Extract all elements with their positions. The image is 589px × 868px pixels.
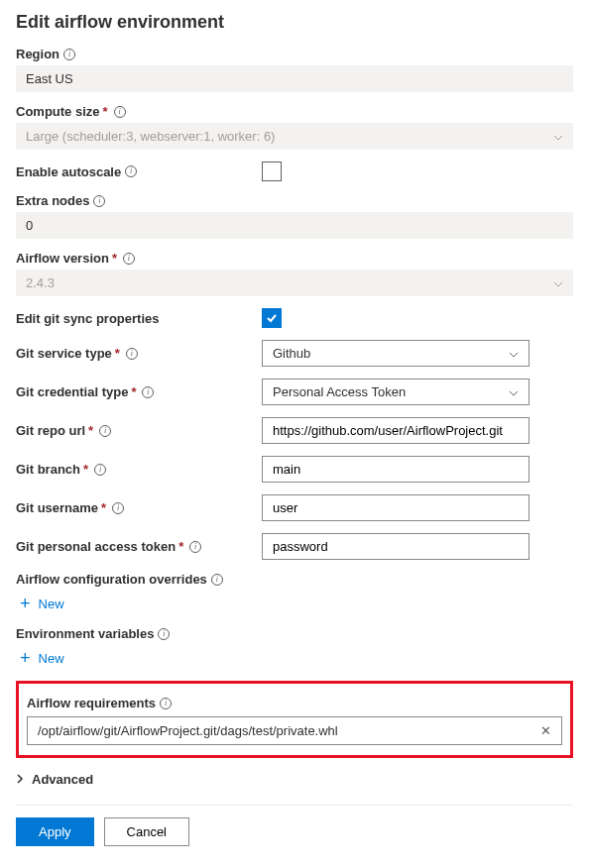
git-pat-label: Git personal access token — [16, 539, 176, 554]
info-icon[interactable]: i — [211, 574, 223, 586]
required-indicator: * — [88, 423, 93, 438]
plus-icon: + — [20, 649, 31, 667]
compute-size-value: Large (scheduler:3, webserver:1, worker:… — [26, 129, 275, 144]
git-pat-input[interactable] — [262, 533, 530, 560]
env-vars-label: Environment variables — [16, 626, 154, 641]
new-label: New — [39, 651, 64, 666]
git-repo-url-field: Git repo url * i — [16, 417, 573, 444]
add-env-var-button[interactable]: + New — [20, 649, 573, 667]
requirements-heading: Airflow requirements i — [27, 696, 562, 710]
requirements-input[interactable]: /opt/airflow/git/AirflowProject.git/dags… — [27, 716, 562, 745]
git-credential-type-value: Personal Access Token — [273, 384, 406, 399]
chevron-down-icon — [553, 129, 563, 144]
compute-size-label: Compute size — [16, 104, 100, 119]
advanced-toggle[interactable]: Advanced — [16, 772, 573, 787]
git-service-type-label: Git service type — [16, 346, 112, 361]
info-icon[interactable]: i — [126, 348, 138, 360]
plus-icon: + — [20, 595, 31, 612]
required-indicator: * — [83, 462, 88, 477]
info-icon[interactable]: i — [189, 541, 201, 553]
git-service-type-select[interactable]: Github — [262, 340, 530, 367]
required-indicator: * — [101, 500, 106, 515]
edit-git-sync-field: Edit git sync properties — [16, 308, 573, 328]
chevron-down-icon — [553, 275, 563, 290]
clear-icon[interactable]: ✕ — [540, 723, 551, 738]
check-icon — [265, 311, 279, 325]
git-service-type-field: Git service type * i Github — [16, 340, 573, 367]
airflow-requirements-section: Airflow requirements i /opt/airflow/git/… — [16, 681, 573, 758]
git-credential-type-field: Git credential type * i Personal Access … — [16, 379, 573, 405]
info-icon[interactable]: i — [125, 165, 137, 177]
cancel-button[interactable]: Cancel — [104, 817, 189, 846]
info-icon[interactable]: i — [94, 464, 106, 476]
airflow-version-value: 2.4.3 — [26, 275, 55, 290]
info-icon[interactable]: i — [160, 698, 172, 709]
region-label: Region — [16, 47, 59, 61]
info-icon[interactable]: i — [93, 195, 105, 207]
airflow-version-label: Airflow version — [16, 251, 109, 266]
info-icon[interactable]: i — [63, 49, 75, 60]
info-icon[interactable]: i — [99, 425, 111, 437]
enable-autoscale-field: Enable autoscale i — [16, 162, 573, 181]
git-username-input[interactable] — [262, 494, 530, 521]
edit-git-sync-checkbox[interactable] — [262, 308, 282, 328]
new-label: New — [39, 597, 64, 611]
info-icon[interactable]: i — [123, 253, 135, 265]
requirements-label: Airflow requirements — [27, 696, 156, 710]
git-service-type-value: Github — [273, 346, 310, 361]
git-username-field: Git username * i — [16, 494, 573, 521]
info-icon[interactable]: i — [158, 628, 170, 640]
airflow-version-field: Airflow version * i 2.4.3 — [16, 251, 573, 296]
footer: Apply Cancel — [16, 805, 573, 846]
chevron-down-icon — [509, 346, 519, 361]
compute-size-field: Compute size * i Large (scheduler:3, web… — [16, 104, 573, 150]
info-icon[interactable]: i — [112, 502, 124, 514]
region-value: East US — [16, 65, 573, 92]
git-pat-field: Git personal access token * i — [16, 533, 573, 560]
page-title: Edit airflow environment — [16, 12, 573, 33]
enable-autoscale-label: Enable autoscale — [16, 164, 121, 179]
info-icon[interactable]: i — [114, 106, 126, 118]
add-config-override-button[interactable]: + New — [20, 595, 573, 612]
git-credential-type-select[interactable]: Personal Access Token — [262, 379, 530, 405]
chevron-right-icon — [16, 772, 24, 787]
required-indicator: * — [178, 539, 183, 554]
edit-git-sync-label: Edit git sync properties — [16, 311, 159, 326]
extra-nodes-label: Extra nodes — [16, 193, 89, 208]
region-field: Region i East US — [16, 47, 573, 92]
git-repo-url-label: Git repo url — [16, 423, 85, 438]
config-overrides-heading: Airflow configuration overrides i — [16, 572, 573, 587]
git-branch-field: Git branch * i — [16, 456, 573, 483]
required-indicator: * — [131, 384, 136, 399]
apply-button[interactable]: Apply — [16, 817, 94, 846]
enable-autoscale-checkbox[interactable] — [262, 162, 282, 181]
required-indicator: * — [103, 104, 108, 119]
extra-nodes-field: Extra nodes i 0 — [16, 193, 573, 239]
env-vars-heading: Environment variables i — [16, 626, 573, 641]
required-indicator: * — [115, 346, 120, 361]
extra-nodes-value: 0 — [16, 212, 573, 239]
info-icon[interactable]: i — [142, 386, 154, 398]
git-branch-input[interactable] — [262, 456, 530, 483]
advanced-label: Advanced — [32, 772, 93, 787]
git-repo-url-input[interactable] — [262, 417, 530, 444]
config-overrides-label: Airflow configuration overrides — [16, 572, 207, 587]
git-username-label: Git username — [16, 500, 98, 515]
airflow-version-select: 2.4.3 — [16, 270, 573, 296]
requirements-value: /opt/airflow/git/AirflowProject.git/dags… — [38, 723, 532, 738]
git-credential-type-label: Git credential type — [16, 384, 128, 399]
git-branch-label: Git branch — [16, 462, 80, 477]
required-indicator: * — [112, 251, 117, 266]
compute-size-select: Large (scheduler:3, webserver:1, worker:… — [16, 123, 573, 150]
chevron-down-icon — [509, 384, 519, 399]
